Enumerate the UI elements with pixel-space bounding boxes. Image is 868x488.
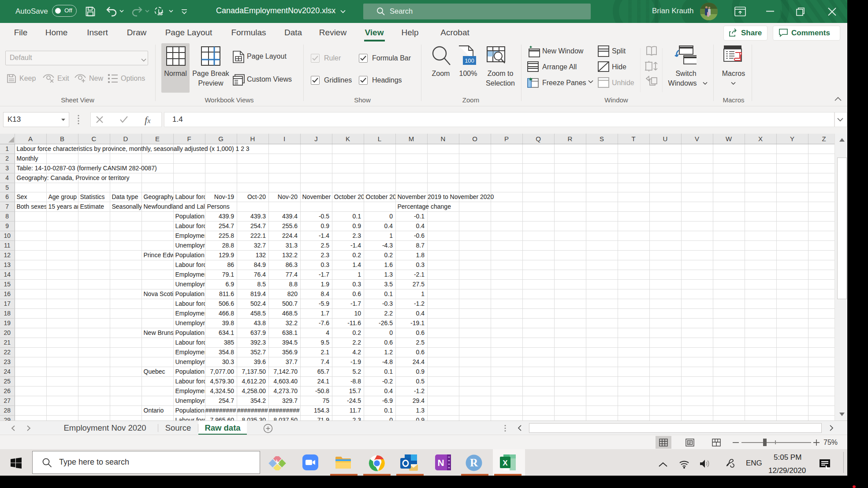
svg-text:100: 100 xyxy=(465,57,474,64)
svg-text:R: R xyxy=(470,457,478,469)
svg-text:X: X xyxy=(503,459,508,467)
svg-text:N: N xyxy=(437,458,444,468)
